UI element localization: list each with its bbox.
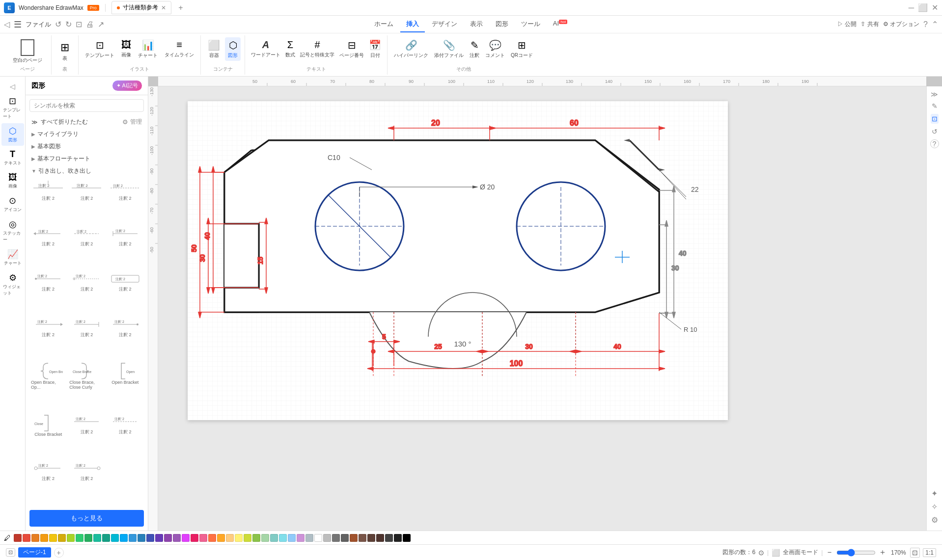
color-swatch[interactable] <box>367 534 375 542</box>
color-swatch[interactable] <box>208 534 216 542</box>
sidebar-item-widget[interactable]: ⚙ ウィジェット <box>1 270 24 299</box>
active-page-tab[interactable]: ページ-1 <box>18 547 51 558</box>
list-item[interactable]: 注釈 2 注釈 2 <box>29 316 67 360</box>
color-swatch[interactable] <box>359 534 366 542</box>
sidebar-item-shapes[interactable]: ⬡ 図形 <box>1 123 24 146</box>
tree-my-library[interactable]: ▶ マイライブラリ <box>26 128 148 140</box>
magic-wand-button[interactable]: ✦ <box>931 489 938 498</box>
color-swatch[interactable] <box>279 534 287 542</box>
list-item[interactable]: 注釈 2 注釈 2 <box>29 270 67 315</box>
collapse-right-button[interactable]: ≫ <box>931 90 938 98</box>
color-swatch[interactable] <box>252 534 260 542</box>
list-item[interactable]: Open Brace Open Brace, Op... <box>29 361 67 412</box>
color-swatch[interactable] <box>323 534 331 542</box>
hyperlink-button[interactable]: 🔗 ハイパーリンク <box>391 37 431 61</box>
timeline-button[interactable]: ≡ タイムライン <box>162 37 196 60</box>
edit-panel-button[interactable]: ✎ <box>932 102 938 110</box>
color-swatch[interactable] <box>146 534 154 542</box>
drawing-canvas[interactable]: 20 60 <box>158 86 926 531</box>
color-swatch[interactable] <box>129 534 137 542</box>
formula-button[interactable]: Σ 数式 <box>283 37 297 60</box>
file-menu[interactable]: ファイル <box>26 20 51 29</box>
date-button[interactable]: 📅 日付 <box>367 37 383 61</box>
tab-view[interactable]: 表示 <box>464 17 489 32</box>
sidebar-item-image[interactable]: 🖼 画像 <box>1 170 24 192</box>
fullscreen-icon[interactable]: ⬜ <box>772 549 780 557</box>
tab-home[interactable]: ホーム <box>368 17 399 32</box>
sidebar-item-template[interactable]: ⊡ テンプレート <box>1 93 24 122</box>
document-panel-button[interactable]: ⊡ <box>931 114 939 124</box>
zoom-out-button[interactable]: － <box>826 547 833 558</box>
collapse-ribbon-button[interactable]: ⌃ <box>932 20 938 29</box>
color-swatch[interactable] <box>14 534 22 542</box>
list-item[interactable]: 注釈 2 注釈 2 <box>68 225 105 269</box>
color-picker-icon[interactable]: 🖊 <box>4 534 11 542</box>
pagenumber-button[interactable]: ⊟ ページ番号 <box>337 37 366 61</box>
template-button[interactable]: ⊡ テンプレート <box>83 37 117 61</box>
comment-button[interactable]: 💬 コメント <box>483 37 507 61</box>
tab-shapes[interactable]: 図形 <box>490 17 514 32</box>
list-item[interactable]: 注釈 2 注釈 2 <box>68 316 105 360</box>
color-swatch[interactable] <box>376 534 384 542</box>
list-item[interactable]: 注釈 2 注釈 2 <box>107 225 144 269</box>
hamburger-icon[interactable]: ☰ <box>14 19 22 30</box>
tab-close-icon[interactable]: ✕ <box>161 4 166 11</box>
help-button[interactable]: ? <box>923 20 928 29</box>
list-item[interactable]: 注釈 2 注釈 2 <box>68 413 105 459</box>
canvas-area[interactable]: 50 60 70 80 90 100 110 120 130 140 <box>148 77 942 531</box>
nav-back-icon[interactable]: ◁ <box>4 20 10 29</box>
page-display-mode-button[interactable]: ⊡ <box>6 548 15 557</box>
publish-button[interactable]: ▷ 公開 <box>837 20 857 28</box>
color-swatch[interactable] <box>305 534 313 542</box>
tree-basic-flowchart[interactable]: ▶ 基本フローチャート <box>26 153 148 165</box>
fit-page-button[interactable]: ⊡ <box>910 548 920 558</box>
list-item[interactable]: 注釈 2 注釈 2 <box>107 270 144 315</box>
history-button[interactable]: ↺ <box>932 128 938 135</box>
color-swatch[interactable] <box>244 534 251 542</box>
color-swatch[interactable] <box>235 534 243 542</box>
copy-button[interactable]: ⊡ <box>76 20 82 29</box>
active-tab[interactable]: 寸法種類参考 ✕ <box>111 1 171 14</box>
redo-button[interactable]: ↻ <box>65 20 72 29</box>
color-swatch[interactable] <box>23 534 30 542</box>
list-item[interactable]: 注釈 2 注釈 2 <box>68 459 105 504</box>
color-swatch[interactable] <box>120 534 128 542</box>
list-item[interactable]: 注釈 2 注釈 2 <box>29 179 67 224</box>
more-button[interactable]: もっと見る <box>29 510 144 527</box>
list-item[interactable]: 注釈 2 注釈 2 <box>29 225 67 269</box>
sidebar-item-sticker[interactable]: ◎ ステッカー <box>1 216 24 245</box>
maximize-button[interactable]: ⬜ <box>918 3 928 12</box>
settings-button[interactable]: ⚙ <box>931 515 938 527</box>
color-swatch[interactable] <box>341 534 349 542</box>
color-swatch[interactable] <box>40 534 48 542</box>
export-button[interactable]: ↗ <box>98 20 104 29</box>
wordart-button[interactable]: A ワードアート <box>249 37 282 60</box>
add-page-button[interactable]: + <box>54 548 64 558</box>
tree-basic-shapes[interactable]: ▶ 基本図形 <box>26 140 148 153</box>
tab-tools[interactable]: ツール <box>515 17 546 32</box>
color-swatch[interactable] <box>84 534 92 542</box>
tab-ai[interactable]: AIhot <box>547 17 573 32</box>
annotation-button[interactable]: ✎ 注釈 <box>467 37 482 61</box>
tab-insert[interactable]: 挿入 <box>400 17 425 32</box>
list-item[interactable]: Open Open Bracket <box>107 361 144 412</box>
minimize-button[interactable]: ─ <box>909 3 914 12</box>
image-button[interactable]: 🖼 画像 <box>119 37 134 60</box>
undo-button[interactable]: ↺ <box>55 20 61 29</box>
attachment-button[interactable]: 📎 添付ファイル <box>432 37 466 61</box>
sparkle-button[interactable]: ✧ <box>931 502 938 511</box>
color-swatch[interactable] <box>102 534 110 542</box>
color-swatch[interactable] <box>297 534 305 542</box>
color-swatch[interactable] <box>164 534 172 542</box>
color-swatch[interactable] <box>49 534 57 542</box>
symbol-button[interactable]: # 記号と特殊文字 <box>298 37 336 60</box>
color-swatch[interactable] <box>182 534 190 542</box>
color-swatch[interactable] <box>226 534 234 542</box>
options-button[interactable]: ⚙ オプション <box>883 20 919 28</box>
list-item[interactable]: 注釈 2 注釈 2 <box>68 270 105 315</box>
sidebar-item-icon[interactable]: ⊙ アイコン <box>1 193 24 215</box>
color-swatch[interactable] <box>332 534 340 542</box>
color-swatch[interactable] <box>403 534 411 542</box>
gear-icon[interactable]: ⚙ <box>122 118 128 126</box>
color-swatch[interactable] <box>58 534 66 542</box>
